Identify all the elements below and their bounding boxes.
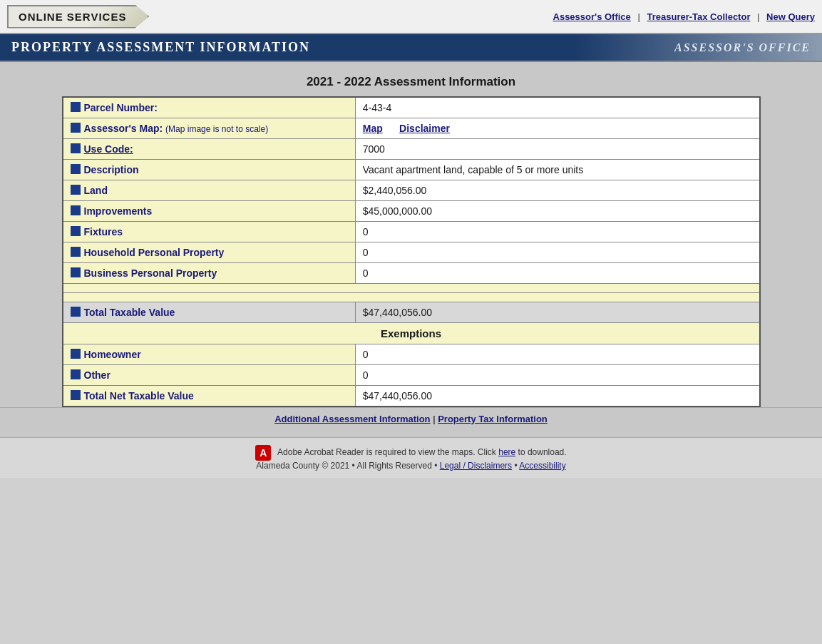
value-cell-improvements: $45,000,000.00 <box>355 201 759 222</box>
table-row: Business Personal Property 0 <box>63 263 760 284</box>
row-icon <box>71 185 81 195</box>
acrobat-rest: to download. <box>518 447 567 457</box>
label-cell-homeowner: Homeowner <box>63 344 356 365</box>
table-row: Assessor's Map: (Map image is not to sca… <box>63 118 760 139</box>
table-row: Fixtures 0 <box>63 222 760 242</box>
value-cell-map: Map Disclaimer <box>355 118 759 139</box>
property-tax-link[interactable]: Property Tax Information <box>438 414 548 424</box>
table-row: Land $2,440,056.00 <box>63 180 760 201</box>
table-container: Parcel Number: 4-43-4 Assessor's Map: (M… <box>62 96 761 407</box>
here-link[interactable]: here <box>498 447 515 457</box>
bottom-footer: Adobe Acrobat Reader is required to view… <box>0 437 822 478</box>
legal-link[interactable]: Legal / Disclaimers <box>440 461 512 471</box>
copyright-line: Alameda County © 2021 • All Rights Reser… <box>7 461 815 471</box>
empty-row-2 <box>63 293 760 302</box>
table-row: Use Code: 7000 <box>63 139 760 160</box>
label-cell-business: Business Personal Property <box>63 263 356 284</box>
value-cell-usecode: 7000 <box>355 139 759 160</box>
label-cell-total-taxable: Total Taxable Value <box>63 302 356 323</box>
row-icon <box>71 102 81 112</box>
value-cell-household: 0 <box>355 242 759 263</box>
copyright-text: Alameda County © 2021 • All Rights Reser… <box>256 461 437 471</box>
accessibility-link[interactable]: Accessibility <box>519 461 565 471</box>
label-cell-description: Description <box>63 160 356 180</box>
acrobat-icon <box>255 445 271 461</box>
label-text-business: Business Personal Property <box>84 267 217 279</box>
map-link[interactable]: Map <box>363 123 383 134</box>
label-text-description: Description <box>84 164 139 175</box>
table-row: Household Personal Property 0 <box>63 242 760 263</box>
use-code-link[interactable]: Use Code: <box>84 143 133 155</box>
row-icon <box>71 307 81 317</box>
label-cell-usecode: Use Code: <box>63 139 356 160</box>
label-cell-other: Other <box>63 365 356 386</box>
exemptions-header-cell: Exemptions <box>63 323 760 344</box>
acrobat-text: Adobe Acrobat Reader is required to view… <box>277 447 496 457</box>
label-cell-total-net: Total Net Taxable Value <box>63 386 356 407</box>
top-bar: ONLINE SERVICES Assessor's Office | Trea… <box>0 0 822 34</box>
value-cell-fixtures: 0 <box>355 222 759 242</box>
row-icon <box>71 267 81 277</box>
row-icon <box>71 205 81 215</box>
label-cell-land: Land <box>63 180 356 201</box>
row-icon <box>71 143 81 153</box>
table-row: Other 0 <box>63 365 760 386</box>
banner: Property Assessment Information Assessor… <box>0 34 822 62</box>
table-row: Description Vacant apartment land, capab… <box>63 160 760 180</box>
label-cell-parcel: Parcel Number: <box>63 97 356 118</box>
value-cell-total-taxable: $47,440,056.00 <box>355 302 759 323</box>
label-text-other: Other <box>84 369 111 381</box>
separator-1: | <box>637 11 642 22</box>
label-cell-fixtures: Fixtures <box>63 222 356 242</box>
value-cell-description: Vacant apartment land, capable of 5 or m… <box>355 160 759 180</box>
total-net-row: Total Net Taxable Value $47,440,056.00 <box>63 386 760 407</box>
assessment-table: Parcel Number: 4-43-4 Assessor's Map: (M… <box>62 96 761 407</box>
row-icon <box>71 369 81 379</box>
online-services-logo: ONLINE SERVICES <box>7 5 149 29</box>
value-cell-homeowner: 0 <box>355 344 759 365</box>
value-cell-business: 0 <box>355 263 759 284</box>
exemptions-header-row: Exemptions <box>63 323 760 344</box>
value-cell-parcel: 4-43-4 <box>355 97 759 118</box>
row-icon <box>71 349 81 359</box>
label-text-total-taxable: Total Taxable Value <box>84 307 175 318</box>
label-cell-map: Assessor's Map: (Map image is not to sca… <box>63 118 356 139</box>
label-text-improvements: Improvements <box>84 205 153 217</box>
main-content: 2021 - 2022 Assessment Information Parce… <box>0 62 822 437</box>
top-links: Assessor's Office | Treasurer-Tax Collec… <box>553 11 815 22</box>
banner-subtitle: Assessor's Office <box>674 41 811 54</box>
label-cell-improvements: Improvements <box>63 201 356 222</box>
assessors-office-link[interactable]: Assessor's Office <box>553 11 631 22</box>
separator-2: | <box>757 11 762 22</box>
total-taxable-row: Total Taxable Value $47,440,056.00 <box>63 302 760 323</box>
table-row: Parcel Number: 4-43-4 <box>63 97 760 118</box>
label-text-map: Assessor's Map: (Map image is not to sca… <box>84 123 269 134</box>
label-text-homeowner: Homeowner <box>84 349 141 360</box>
label-text-household: Household Personal Property <box>84 247 225 258</box>
row-icon <box>71 226 81 236</box>
footer-links: Additional Assessment Information | Prop… <box>0 407 822 430</box>
empty-row-1 <box>63 284 760 293</box>
value-cell-land: $2,440,056.00 <box>355 180 759 201</box>
label-cell-household: Household Personal Property <box>63 242 356 263</box>
new-query-link[interactable]: New Query <box>766 11 815 22</box>
label-text-land: Land <box>84 185 108 196</box>
row-icon <box>71 164 81 174</box>
row-icon <box>71 247 81 257</box>
label-text-parcel: Parcel Number: <box>84 102 158 113</box>
disclaimer-link[interactable]: Disclaimer <box>399 123 450 134</box>
page-title: 2021 - 2022 Assessment Information <box>0 75 822 89</box>
value-cell-other: 0 <box>355 365 759 386</box>
banner-title: Property Assessment Information <box>11 40 310 55</box>
additional-assessment-link[interactable]: Additional Assessment Information <box>274 414 430 424</box>
table-row: Improvements $45,000,000.00 <box>63 201 760 222</box>
value-cell-total-net: $47,440,056.00 <box>355 386 759 407</box>
row-icon <box>71 123 81 133</box>
row-icon <box>71 390 81 400</box>
label-text-total-net: Total Net Taxable Value <box>84 390 194 402</box>
table-row: Homeowner 0 <box>63 344 760 365</box>
label-text-fixtures: Fixtures <box>84 226 123 237</box>
treasurer-tax-link[interactable]: Treasurer-Tax Collector <box>647 11 750 22</box>
acrobat-line: Adobe Acrobat Reader is required to view… <box>7 445 815 461</box>
